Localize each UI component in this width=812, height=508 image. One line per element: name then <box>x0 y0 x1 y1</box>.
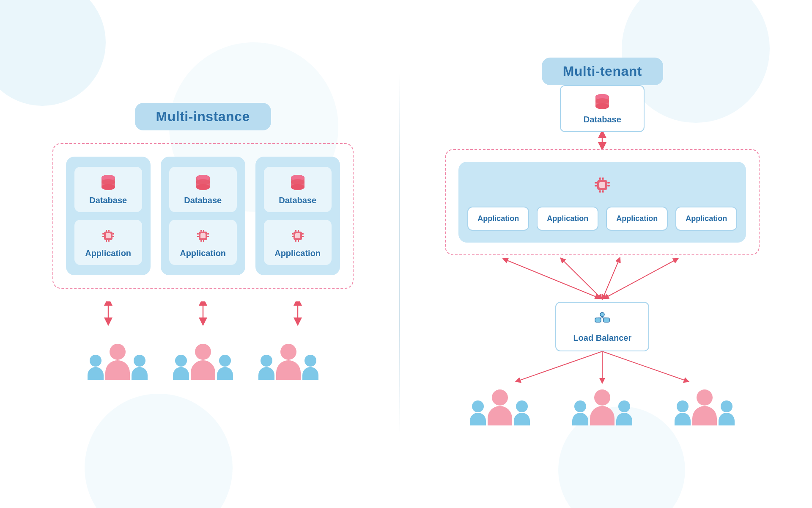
app-label-1: Application <box>85 248 131 258</box>
multi-instance-section: Multi-instance Database <box>52 103 354 380</box>
database-icon-2 <box>194 174 212 192</box>
lb-label: Load Balancer <box>573 333 631 343</box>
svg-rect-14 <box>108 240 110 242</box>
svg-rect-42 <box>298 230 299 232</box>
person-t-pink-2 <box>590 389 614 425</box>
chip-icon-2 <box>194 226 212 245</box>
tenant-users-row <box>470 389 735 425</box>
chip-icon-3 <box>288 226 307 245</box>
svg-point-17 <box>196 184 210 190</box>
svg-point-34 <box>291 179 304 185</box>
svg-line-74 <box>518 351 602 381</box>
app-block-1: Application <box>74 220 142 265</box>
tenant-app-4: Application <box>675 207 737 231</box>
tenant-load-balancer: Load Balancer <box>555 302 649 351</box>
person-pink-3 <box>276 344 301 380</box>
svg-rect-26 <box>200 230 202 232</box>
instance-arrows-row <box>66 301 340 327</box>
app-block-2: Application <box>169 220 237 265</box>
svg-rect-27 <box>203 230 204 232</box>
svg-rect-28 <box>200 240 202 242</box>
database-icon-1 <box>99 174 118 192</box>
tenant-app-3: Application <box>606 207 668 231</box>
person-t-pink-3 <box>692 389 717 425</box>
svg-rect-37 <box>292 233 294 235</box>
arrow-instance-2 <box>161 301 245 327</box>
tenant-app-1: Application <box>467 207 529 231</box>
svg-point-4 <box>102 179 115 185</box>
user-group-instance-3 <box>258 344 318 380</box>
svg-rect-9 <box>112 233 114 235</box>
svg-rect-56 <box>595 182 597 184</box>
tenant-app-2: Application <box>537 207 598 231</box>
tenant-database-icon <box>593 93 612 111</box>
app-label-2: Application <box>180 248 226 258</box>
person-t-blue-2a <box>572 400 588 425</box>
svg-rect-41 <box>295 230 296 232</box>
db-block-2: Database <box>169 167 237 212</box>
person-blue-2a <box>173 355 189 380</box>
svg-point-52 <box>595 98 609 104</box>
bg-decoration-3 <box>85 394 233 508</box>
user-group-instance-2 <box>173 344 233 380</box>
svg-rect-59 <box>607 185 610 187</box>
person-blue-1a <box>88 355 104 380</box>
arrow-instance-3 <box>255 301 340 327</box>
main-container: Multi-instance Database <box>0 0 812 508</box>
svg-line-67 <box>606 260 676 298</box>
instance-group-1: Database <box>66 157 151 275</box>
db-label-3: Database <box>279 196 316 205</box>
multi-instance-title: Multi-instance <box>135 103 271 130</box>
instances-row: Database <box>66 157 340 275</box>
instance-group-2: Database <box>161 157 245 275</box>
svg-rect-62 <box>599 190 601 193</box>
svg-rect-43 <box>295 240 296 242</box>
arrow-instance-1 <box>66 301 151 327</box>
svg-rect-13 <box>106 240 107 242</box>
svg-rect-7 <box>102 233 104 235</box>
person-blue-2b <box>217 355 233 380</box>
section-divider <box>399 74 400 434</box>
svg-rect-58 <box>607 182 610 184</box>
person-t-blue-3b <box>719 400 735 425</box>
database-icon-3 <box>288 174 307 192</box>
svg-point-50 <box>595 103 609 109</box>
db-label-1: Database <box>89 196 127 205</box>
db-to-inner-arrow <box>594 132 611 149</box>
svg-rect-57 <box>595 185 597 187</box>
svg-point-70 <box>600 312 604 317</box>
svg-rect-39 <box>302 233 304 235</box>
user-group-tenant-1 <box>470 389 530 425</box>
tenant-apps-row: Application Application Application Appl… <box>467 207 737 231</box>
svg-rect-21 <box>200 233 206 238</box>
multi-tenant-title: Multi-tenant <box>542 58 663 85</box>
user-group-instance-1 <box>88 344 148 380</box>
user-group-tenant-2 <box>572 389 632 425</box>
svg-rect-10 <box>112 236 114 237</box>
svg-rect-29 <box>203 240 204 242</box>
person-t-blue-3a <box>675 400 691 425</box>
chip-icon-1 <box>99 226 118 245</box>
tenant-dashed-box: Application Application Application Appl… <box>445 149 760 255</box>
svg-rect-22 <box>197 233 199 235</box>
svg-rect-63 <box>602 190 604 193</box>
svg-rect-44 <box>298 240 299 242</box>
person-blue-3a <box>258 355 274 380</box>
svg-line-76 <box>602 351 687 381</box>
svg-rect-60 <box>599 177 601 180</box>
person-pink-1 <box>105 344 130 380</box>
app-block-3: Application <box>264 220 332 265</box>
svg-rect-38 <box>292 236 294 237</box>
person-pink-2 <box>191 344 215 380</box>
svg-point-32 <box>291 184 304 190</box>
multi-instance-dashed-container: Database <box>52 143 354 289</box>
instance-group-3: Database <box>255 157 340 275</box>
db-label-2: Database <box>184 196 222 205</box>
svg-point-19 <box>196 179 210 185</box>
lb-to-users-arrows <box>450 351 754 385</box>
tenant-database: Database <box>560 85 645 132</box>
svg-rect-55 <box>599 182 605 188</box>
app-label-3: Application <box>274 248 321 258</box>
load-balancer-icon <box>593 310 612 330</box>
svg-rect-6 <box>106 233 111 238</box>
